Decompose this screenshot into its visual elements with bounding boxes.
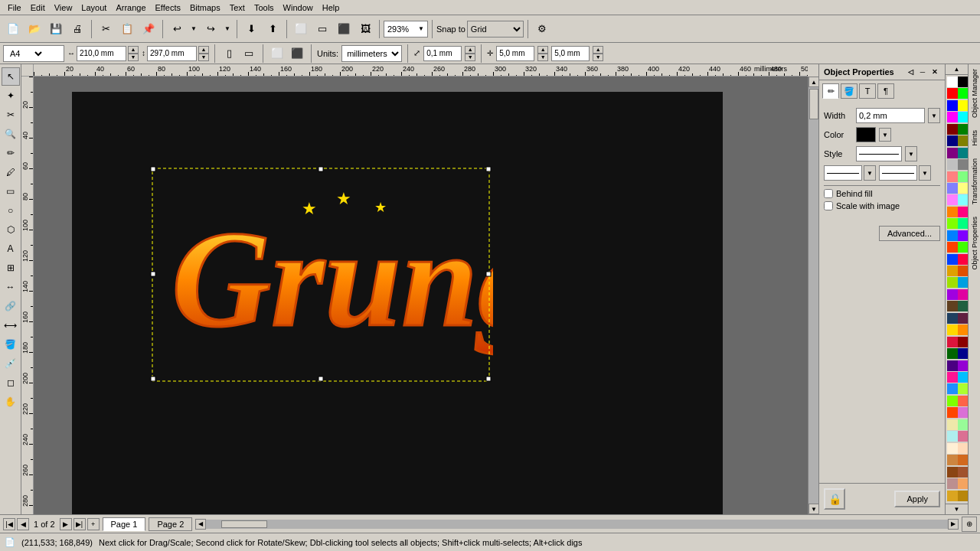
snap-select[interactable]: Grid Guidelines Objects bbox=[467, 21, 524, 37]
text-tool[interactable]: A bbox=[2, 240, 20, 258]
y-coord-input[interactable]: 5,0 mm bbox=[551, 46, 590, 61]
height-input[interactable]: 297,0 mm bbox=[147, 46, 197, 61]
line-end-preview[interactable] bbox=[879, 165, 917, 181]
color-dropdown-btn[interactable]: ▼ bbox=[879, 128, 891, 142]
palette-color-25[interactable] bbox=[958, 218, 968, 229]
view-options-button[interactable]: ⬜ bbox=[291, 19, 311, 39]
palette-color-16[interactable] bbox=[947, 171, 958, 182]
palette-color-67[interactable] bbox=[958, 467, 968, 478]
table-tool[interactable]: ⊞ bbox=[2, 259, 20, 277]
style-dropdown-btn[interactable]: ▼ bbox=[905, 146, 917, 161]
open-button[interactable]: 📂 bbox=[24, 19, 44, 39]
new-button[interactable]: 📄 bbox=[3, 19, 23, 39]
scroll-track-v[interactable] bbox=[808, 87, 818, 504]
bleed-button[interactable]: ⬛ bbox=[289, 45, 305, 62]
hand-tool[interactable]: ✋ bbox=[2, 393, 20, 411]
page-options-button[interactable]: ⬜ bbox=[269, 45, 286, 62]
line-end-dropdown[interactable]: ▼ bbox=[919, 165, 931, 181]
palette-color-31[interactable] bbox=[958, 254, 968, 265]
menu-bitmaps[interactable]: Bitmaps bbox=[185, 3, 225, 12]
scale-image-checkbox[interactable] bbox=[824, 201, 833, 210]
palette-color-13[interactable] bbox=[958, 148, 968, 158]
panel-min-btn[interactable]: ─ bbox=[917, 67, 928, 77]
paste-button[interactable]: 📌 bbox=[139, 19, 158, 39]
palette-color-38[interactable] bbox=[947, 301, 958, 311]
nudge-input[interactable]: 0,1 mm bbox=[423, 46, 462, 61]
zoom-box[interactable]: 293% ▼ bbox=[384, 21, 428, 37]
palette-color-37[interactable] bbox=[958, 289, 968, 300]
panel-close-btn[interactable]: ✕ bbox=[929, 67, 940, 77]
copy-button[interactable]: 📋 bbox=[117, 19, 137, 39]
y-up[interactable]: ▲ bbox=[593, 46, 603, 54]
handle-bl[interactable] bbox=[151, 377, 155, 381]
nudge-spin[interactable]: ▲ ▼ bbox=[465, 46, 475, 61]
fill-tool[interactable]: 🪣 bbox=[2, 335, 20, 354]
view-mode-button[interactable]: 🖼 bbox=[355, 19, 375, 39]
palette-color-0[interactable] bbox=[947, 77, 958, 87]
palette-color-57[interactable] bbox=[958, 407, 968, 418]
palette-color-4[interactable] bbox=[947, 100, 958, 111]
width-prop-input[interactable]: 0,2 mm bbox=[856, 108, 925, 123]
palette-color-49[interactable] bbox=[958, 360, 968, 371]
width-prop-dropdown[interactable]: ▼ bbox=[928, 108, 940, 123]
page-tab-1[interactable]: Page 1 bbox=[103, 517, 146, 531]
tab-para[interactable]: ¶ bbox=[877, 83, 894, 99]
palette-color-63[interactable] bbox=[958, 443, 968, 454]
canvas-area[interactable]: Grung ★ ★ ★ bbox=[34, 77, 808, 514]
palette-color-19[interactable] bbox=[958, 183, 968, 194]
nudge-up[interactable]: ▲ bbox=[465, 46, 475, 54]
menu-arrange[interactable]: Arrange bbox=[111, 3, 150, 12]
page-first-btn[interactable]: |◀ bbox=[3, 518, 15, 530]
line-start-dropdown[interactable]: ▼ bbox=[864, 165, 876, 181]
palette-color-48[interactable] bbox=[947, 360, 958, 371]
palette-color-56[interactable] bbox=[947, 407, 958, 418]
palette-color-10[interactable] bbox=[947, 135, 958, 146]
page-size-box[interactable]: A4 A3 Letter bbox=[3, 45, 64, 62]
palette-color-47[interactable] bbox=[958, 348, 968, 359]
y-down[interactable]: ▼ bbox=[593, 54, 603, 61]
save-button[interactable]: 💾 bbox=[46, 19, 66, 39]
palette-color-71[interactable] bbox=[958, 491, 968, 501]
undo-button[interactable]: ↩ bbox=[167, 19, 187, 39]
palette-color-14[interactable] bbox=[947, 159, 958, 170]
width-spin[interactable]: ▲ ▼ bbox=[128, 46, 139, 61]
undo-dropdown[interactable]: ▼ bbox=[188, 19, 199, 39]
palette-color-12[interactable] bbox=[947, 148, 958, 158]
panel-expand-btn[interactable]: ◁ bbox=[905, 67, 916, 77]
palette-color-32[interactable] bbox=[947, 266, 958, 276]
units-select[interactable]: millimeters inches pixels bbox=[341, 45, 402, 62]
select-tool[interactable]: ↖ bbox=[2, 67, 20, 86]
landscape-button[interactable]: ▭ bbox=[240, 45, 257, 62]
palette-scroll-down[interactable]: ▼ bbox=[946, 504, 968, 514]
lock-button[interactable]: 🔒 bbox=[824, 488, 845, 510]
palette-color-59[interactable] bbox=[958, 419, 968, 430]
x-up[interactable]: ▲ bbox=[537, 46, 548, 54]
page-prev-btn[interactable]: ◀ bbox=[17, 518, 29, 530]
width-input[interactable]: 210,0 mm bbox=[77, 46, 126, 61]
options-button[interactable]: ⚙ bbox=[532, 19, 552, 39]
palette-color-53[interactable] bbox=[958, 383, 968, 394]
palette-color-20[interactable] bbox=[947, 194, 958, 205]
palette-color-36[interactable] bbox=[947, 289, 958, 300]
line-start-preview[interactable] bbox=[824, 165, 862, 181]
handle-mr[interactable] bbox=[486, 272, 491, 276]
line-style-preview[interactable] bbox=[856, 146, 902, 161]
palette-color-5[interactable] bbox=[958, 100, 968, 111]
side-tab-object-properties[interactable]: Object Properties bbox=[970, 214, 979, 273]
hscroll-right-btn[interactable]: ▶ bbox=[948, 519, 959, 530]
scroll-down-btn[interactable]: ▼ bbox=[808, 504, 818, 514]
palette-color-23[interactable] bbox=[958, 207, 968, 217]
y-spin[interactable]: ▲ ▼ bbox=[593, 46, 603, 61]
side-tab-transformation[interactable]: Transformation bbox=[970, 155, 979, 207]
palette-color-43[interactable] bbox=[958, 324, 968, 335]
palette-color-9[interactable] bbox=[958, 124, 968, 135]
behind-fill-checkbox[interactable] bbox=[824, 189, 833, 198]
page-canvas[interactable]: Grung ★ ★ ★ bbox=[72, 92, 723, 514]
zoom-input[interactable]: 293% bbox=[387, 24, 418, 34]
palette-color-27[interactable] bbox=[958, 230, 968, 241]
export-button[interactable]: ⬆ bbox=[263, 19, 283, 39]
palette-color-11[interactable] bbox=[958, 135, 968, 146]
handle-ml[interactable] bbox=[151, 272, 155, 276]
side-tab-object-manager[interactable]: Object Manager bbox=[970, 66, 979, 121]
height-spin[interactable]: ▲ ▼ bbox=[198, 46, 209, 61]
